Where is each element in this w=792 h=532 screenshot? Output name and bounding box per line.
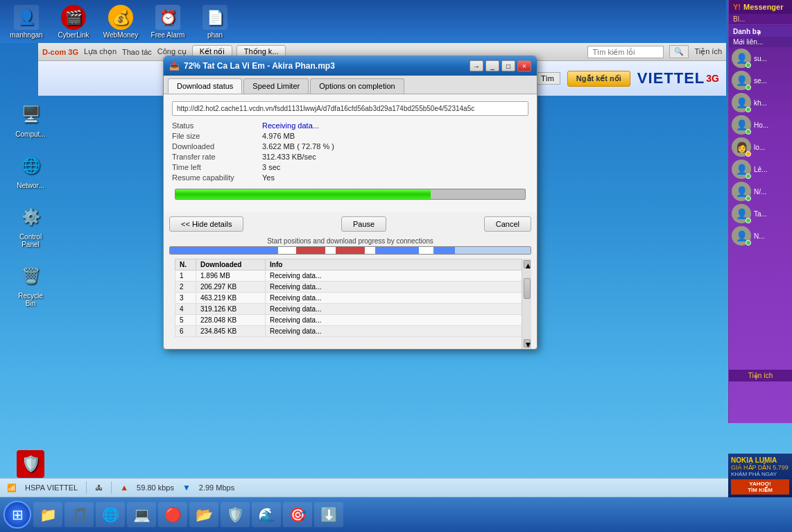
contact-avatar-wrap: 👤 bbox=[732, 204, 751, 223]
conn-seg-2 bbox=[296, 247, 325, 254]
taskbar-folder[interactable]: 📂 bbox=[189, 502, 218, 527]
webmoney-icon: 💰 bbox=[108, 5, 133, 30]
scroll-down-btn[interactable]: ▼ bbox=[524, 339, 531, 347]
desktop-icon-cyberlink[interactable]: 🎬 CyberLink bbox=[53, 5, 94, 39]
table-row: 5 228.048 KB Receiving data... bbox=[175, 315, 526, 326]
taskbar-file-explorer[interactable]: 📁 bbox=[33, 502, 62, 527]
scroll-thumb[interactable] bbox=[524, 278, 531, 299]
contact-avatar-wrap: 👤 bbox=[732, 71, 751, 90]
dcom-logo: D-com 3G bbox=[42, 48, 78, 56]
messenger-title: Messenger bbox=[743, 3, 783, 11]
contact-name: kh... bbox=[754, 99, 767, 107]
cell-downloaded: 319.126 KB bbox=[196, 304, 266, 315]
taskbar-chrome[interactable]: 🔴 bbox=[158, 502, 187, 527]
contact-item[interactable]: 👩 lo... bbox=[729, 136, 792, 158]
cell-downloaded: 463.219 KB bbox=[196, 293, 266, 304]
contact-item[interactable]: 👤 Ho... bbox=[729, 114, 792, 136]
scroll-up-btn[interactable]: ▲ bbox=[524, 260, 531, 268]
start-button[interactable]: ⊞ bbox=[3, 501, 31, 529]
taskbar-app1[interactable]: 🎯 bbox=[283, 502, 312, 527]
conn-seg-5 bbox=[433, 247, 455, 254]
contact-item[interactable]: 👤 N/... bbox=[729, 180, 792, 203]
file-size-value: 4.976 MB bbox=[262, 132, 295, 140]
taskbar-bottom: ⊞ 📁 🎵 🌐 💻 🔴 📂 🛡️ 🌊 🎯 ⬇️ bbox=[0, 497, 792, 532]
taskbar-security[interactable]: 🛡️ bbox=[221, 502, 250, 527]
viettel-3g: 3G bbox=[706, 73, 719, 84]
dialog-minimize-btn[interactable]: _ bbox=[485, 60, 499, 71]
col-n: N. bbox=[175, 259, 196, 271]
taskbar-media-player[interactable]: 🎵 bbox=[64, 502, 94, 527]
tab-speed-limiter[interactable]: Speed Limiter bbox=[243, 78, 309, 94]
resume-value: Yes bbox=[262, 173, 275, 182]
desktop-icon-computer[interactable]: 🖥️ Comput... bbox=[7, 101, 54, 138]
viettel-search-btn[interactable]: Tìm bbox=[535, 72, 560, 85]
dialog-close-btn[interactable]: × bbox=[517, 60, 531, 71]
tien-ich-button[interactable]: Tiện ích bbox=[729, 370, 792, 381]
network-icon: 🌐 bbox=[17, 152, 44, 180]
taskbar-ie[interactable]: 🌐 bbox=[96, 502, 125, 527]
nokia-cta[interactable]: KHÁM PHÁ NGAY bbox=[731, 471, 789, 477]
conn-seg-gap2 bbox=[325, 247, 336, 254]
dialog-action-buttons: << Hide details Pause Cancel bbox=[164, 212, 537, 236]
desktop-icon-phan[interactable]: 📄 phan bbox=[194, 5, 236, 39]
contact-item[interactable]: 👤 Lê... bbox=[729, 158, 792, 180]
ngat-ket-noi-button[interactable]: Ngắt kết nối bbox=[567, 71, 630, 87]
desktop-icon-manhngan[interactable]: 👤 manhngan bbox=[6, 5, 47, 39]
contact-name: N... bbox=[754, 232, 765, 240]
desktop-icon-recycle-bin[interactable]: 🗑️ RecycleBin bbox=[7, 262, 54, 307]
contact-avatar-wrap: 👤 bbox=[732, 93, 751, 112]
cell-n: 5 bbox=[175, 315, 196, 326]
conn-seg-gap1 bbox=[278, 247, 296, 254]
contact-item[interactable]: 👤 kh... bbox=[729, 92, 792, 114]
search-input[interactable] bbox=[587, 46, 664, 58]
pause-button[interactable]: Pause bbox=[341, 216, 386, 232]
desktop-icon-webmoney[interactable]: 💰 WebMoney bbox=[100, 5, 141, 39]
status-dot bbox=[746, 107, 751, 112]
cell-info: Receiving data... bbox=[266, 271, 526, 282]
contact-item[interactable]: 👤 N... bbox=[729, 225, 792, 247]
table-scrollbar[interactable]: ▲ ▼ bbox=[522, 259, 531, 349]
yahoo-btn[interactable]: YAHOO!TÌM KIẾM bbox=[731, 479, 789, 495]
manhngan-icon: 👤 bbox=[14, 5, 39, 30]
speed-up-value: 59.80 kbps bbox=[137, 483, 174, 492]
menu-lua-chon[interactable]: Lựa chọn bbox=[84, 47, 117, 56]
contact-name: Ta... bbox=[754, 210, 767, 218]
cell-info: Receiving data... bbox=[266, 326, 526, 337]
dialog-arrow-btn[interactable]: → bbox=[470, 60, 483, 71]
contact-item[interactable]: 👤 Ta... bbox=[729, 203, 792, 225]
taskbar-vpn[interactable]: 🌊 bbox=[252, 502, 281, 527]
cell-info: Receiving data... bbox=[266, 293, 526, 304]
tab-options-completion[interactable]: Options on completion bbox=[310, 78, 404, 94]
progress-bar-container bbox=[175, 189, 526, 200]
tab-download-status[interactable]: Download status bbox=[168, 78, 242, 94]
dialog-maximize-btn[interactable]: □ bbox=[501, 60, 515, 71]
resume-label: Resume capability bbox=[172, 173, 262, 182]
contact-item[interactable]: 👤 se... bbox=[729, 69, 792, 92]
status-label: Status bbox=[172, 121, 262, 130]
cell-n: 1 bbox=[175, 271, 196, 282]
desktop-icon-control-panel[interactable]: ⚙️ ControlPanel bbox=[7, 203, 54, 248]
search-button[interactable]: 🔍 bbox=[669, 45, 689, 58]
status-row: Status Receiving data... bbox=[172, 121, 528, 130]
hide-details-button[interactable]: << Hide details bbox=[169, 216, 243, 232]
taskbar-code[interactable]: 💻 bbox=[127, 502, 156, 527]
cell-n: 2 bbox=[175, 282, 196, 293]
speed-down-value: 2.99 Mbps bbox=[199, 483, 234, 492]
viettel-logo-area: VIETTEL 3G bbox=[637, 69, 719, 87]
taskbar-idm[interactable]: ⬇️ bbox=[314, 502, 343, 527]
control-panel-icon: ⚙️ bbox=[17, 203, 44, 231]
menu-thao-tac[interactable]: Thao tác bbox=[122, 48, 152, 56]
desktop-icon-network[interactable]: 🌐 Networ... bbox=[7, 152, 54, 189]
desktop-icon-free-alarm[interactable]: ⏰ Free Alarm bbox=[147, 5, 189, 39]
connections-label: Start positions and download progress by… bbox=[164, 236, 537, 246]
contact-item[interactable]: 👤 su... bbox=[729, 47, 792, 69]
connection-progress-bar bbox=[169, 246, 531, 255]
table-row: 4 319.126 KB Receiving data... bbox=[175, 304, 526, 315]
free-alarm-icon: ⏰ bbox=[155, 5, 180, 30]
cancel-button[interactable]: Cancel bbox=[484, 216, 531, 232]
contact-avatar-wrap: 👤 bbox=[732, 49, 751, 68]
tien-ich-btn[interactable]: Tiện ích bbox=[694, 47, 722, 56]
cyberlink-icon: 🎬 bbox=[61, 5, 86, 30]
download-dialog: 📥 72% Tat Ca La Vi Em - Akira Phan.mp3 →… bbox=[163, 55, 537, 350]
status-dot bbox=[746, 129, 751, 135]
